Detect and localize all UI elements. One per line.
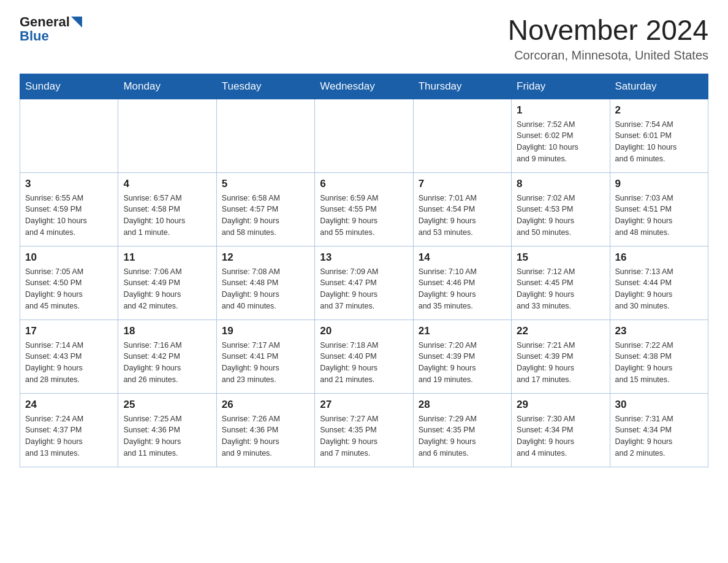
day-info: Sunrise: 7:31 AM Sunset: 4:34 PM Dayligh… bbox=[615, 413, 703, 459]
day-info: Sunrise: 7:21 AM Sunset: 4:39 PM Dayligh… bbox=[517, 340, 604, 386]
calendar-cell: 8Sunrise: 7:02 AM Sunset: 4:53 PM Daylig… bbox=[512, 172, 610, 246]
weekday-header-row: SundayMondayTuesdayWednesdayThursdayFrid… bbox=[20, 74, 708, 99]
calendar-cell bbox=[216, 99, 314, 172]
week-row-5: 24Sunrise: 7:24 AM Sunset: 4:37 PM Dayli… bbox=[20, 393, 708, 467]
calendar-cell: 25Sunrise: 7:25 AM Sunset: 4:36 PM Dayli… bbox=[118, 393, 216, 467]
day-info: Sunrise: 7:25 AM Sunset: 4:36 PM Dayligh… bbox=[123, 413, 211, 459]
day-number: 6 bbox=[320, 178, 408, 190]
weekday-header-wednesday: Wednesday bbox=[315, 74, 413, 99]
calendar-cell bbox=[20, 99, 118, 172]
day-number: 12 bbox=[222, 251, 309, 264]
calendar-cell: 16Sunrise: 7:13 AM Sunset: 4:44 PM Dayli… bbox=[610, 246, 708, 320]
day-info: Sunrise: 7:52 AM Sunset: 6:02 PM Dayligh… bbox=[517, 119, 604, 165]
calendar-cell: 6Sunrise: 6:59 AM Sunset: 4:55 PM Daylig… bbox=[315, 172, 413, 246]
location-title: Corcoran, Minnesota, United States bbox=[508, 48, 708, 63]
day-number: 9 bbox=[615, 178, 703, 190]
day-number: 4 bbox=[123, 178, 211, 190]
calendar-cell: 10Sunrise: 7:05 AM Sunset: 4:50 PM Dayli… bbox=[20, 246, 118, 320]
day-number: 22 bbox=[517, 325, 604, 337]
calendar-cell: 2Sunrise: 7:54 AM Sunset: 6:01 PM Daylig… bbox=[610, 99, 708, 172]
calendar-cell: 12Sunrise: 7:08 AM Sunset: 4:48 PM Dayli… bbox=[216, 246, 314, 320]
day-info: Sunrise: 7:12 AM Sunset: 4:45 PM Dayligh… bbox=[517, 266, 604, 312]
day-info: Sunrise: 7:54 AM Sunset: 6:01 PM Dayligh… bbox=[615, 119, 703, 165]
day-number: 1 bbox=[517, 104, 604, 117]
calendar-cell: 28Sunrise: 7:29 AM Sunset: 4:35 PM Dayli… bbox=[413, 393, 511, 467]
svg-marker-0 bbox=[71, 17, 82, 28]
day-number: 24 bbox=[25, 399, 113, 411]
weekday-header-friday: Friday bbox=[512, 74, 610, 99]
calendar-cell bbox=[118, 99, 216, 172]
day-info: Sunrise: 6:59 AM Sunset: 4:55 PM Dayligh… bbox=[320, 193, 408, 239]
logo-part1: General bbox=[20, 15, 70, 29]
day-info: Sunrise: 7:13 AM Sunset: 4:44 PM Dayligh… bbox=[615, 266, 703, 312]
calendar-cell: 17Sunrise: 7:14 AM Sunset: 4:43 PM Dayli… bbox=[20, 320, 118, 393]
day-info: Sunrise: 7:03 AM Sunset: 4:51 PM Dayligh… bbox=[615, 193, 703, 239]
day-info: Sunrise: 7:30 AM Sunset: 4:34 PM Dayligh… bbox=[517, 413, 604, 459]
day-info: Sunrise: 7:02 AM Sunset: 4:53 PM Dayligh… bbox=[517, 193, 604, 239]
day-info: Sunrise: 7:26 AM Sunset: 4:36 PM Dayligh… bbox=[222, 413, 309, 459]
day-info: Sunrise: 7:05 AM Sunset: 4:50 PM Dayligh… bbox=[25, 266, 113, 312]
day-info: Sunrise: 7:20 AM Sunset: 4:39 PM Dayligh… bbox=[419, 340, 506, 386]
day-number: 16 bbox=[615, 251, 703, 264]
calendar-cell: 9Sunrise: 7:03 AM Sunset: 4:51 PM Daylig… bbox=[610, 172, 708, 246]
day-number: 29 bbox=[517, 399, 604, 411]
calendar-cell: 15Sunrise: 7:12 AM Sunset: 4:45 PM Dayli… bbox=[512, 246, 610, 320]
day-info: Sunrise: 7:17 AM Sunset: 4:41 PM Dayligh… bbox=[222, 340, 309, 386]
day-info: Sunrise: 7:10 AM Sunset: 4:46 PM Dayligh… bbox=[419, 266, 506, 312]
day-number: 8 bbox=[517, 178, 604, 190]
day-number: 2 bbox=[615, 104, 703, 117]
logo: General Blue bbox=[20, 15, 82, 44]
calendar-cell: 22Sunrise: 7:21 AM Sunset: 4:39 PM Dayli… bbox=[512, 320, 610, 393]
day-number: 7 bbox=[419, 178, 506, 190]
day-info: Sunrise: 7:08 AM Sunset: 4:48 PM Dayligh… bbox=[222, 266, 309, 312]
calendar-cell bbox=[315, 99, 413, 172]
day-number: 26 bbox=[222, 399, 309, 411]
weekday-header-sunday: Sunday bbox=[20, 74, 118, 99]
calendar-cell: 26Sunrise: 7:26 AM Sunset: 4:36 PM Dayli… bbox=[216, 393, 314, 467]
day-info: Sunrise: 7:29 AM Sunset: 4:35 PM Dayligh… bbox=[419, 413, 506, 459]
calendar-cell: 30Sunrise: 7:31 AM Sunset: 4:34 PM Dayli… bbox=[610, 393, 708, 467]
month-title: November 2024 bbox=[508, 15, 708, 46]
title-area: November 2024 Corcoran, Minnesota, Unite… bbox=[508, 15, 708, 63]
calendar-cell bbox=[413, 99, 511, 172]
day-info: Sunrise: 7:27 AM Sunset: 4:35 PM Dayligh… bbox=[320, 413, 408, 459]
week-row-2: 3Sunrise: 6:55 AM Sunset: 4:59 PM Daylig… bbox=[20, 172, 708, 246]
day-info: Sunrise: 7:01 AM Sunset: 4:54 PM Dayligh… bbox=[419, 193, 506, 239]
calendar-cell: 1Sunrise: 7:52 AM Sunset: 6:02 PM Daylig… bbox=[512, 99, 610, 172]
day-number: 27 bbox=[320, 399, 408, 411]
day-info: Sunrise: 7:18 AM Sunset: 4:40 PM Dayligh… bbox=[320, 340, 408, 386]
weekday-header-saturday: Saturday bbox=[610, 74, 708, 99]
day-number: 5 bbox=[222, 178, 309, 190]
day-info: Sunrise: 7:22 AM Sunset: 4:38 PM Dayligh… bbox=[615, 340, 703, 386]
week-row-3: 10Sunrise: 7:05 AM Sunset: 4:50 PM Dayli… bbox=[20, 246, 708, 320]
week-row-1: 1Sunrise: 7:52 AM Sunset: 6:02 PM Daylig… bbox=[20, 99, 708, 172]
day-info: Sunrise: 6:58 AM Sunset: 4:57 PM Dayligh… bbox=[222, 193, 309, 239]
calendar-cell: 24Sunrise: 7:24 AM Sunset: 4:37 PM Dayli… bbox=[20, 393, 118, 467]
day-info: Sunrise: 6:57 AM Sunset: 4:58 PM Dayligh… bbox=[123, 193, 211, 239]
day-number: 13 bbox=[320, 251, 408, 264]
weekday-header-tuesday: Tuesday bbox=[216, 74, 314, 99]
day-number: 3 bbox=[25, 178, 113, 190]
day-info: Sunrise: 7:09 AM Sunset: 4:47 PM Dayligh… bbox=[320, 266, 408, 312]
calendar-cell: 18Sunrise: 7:16 AM Sunset: 4:42 PM Dayli… bbox=[118, 320, 216, 393]
calendar-cell: 19Sunrise: 7:17 AM Sunset: 4:41 PM Dayli… bbox=[216, 320, 314, 393]
day-info: Sunrise: 7:14 AM Sunset: 4:43 PM Dayligh… bbox=[25, 340, 113, 386]
day-number: 14 bbox=[419, 251, 506, 264]
day-number: 30 bbox=[615, 399, 703, 411]
calendar-cell: 20Sunrise: 7:18 AM Sunset: 4:40 PM Dayli… bbox=[315, 320, 413, 393]
day-number: 18 bbox=[123, 325, 211, 337]
day-number: 10 bbox=[25, 251, 113, 264]
day-number: 20 bbox=[320, 325, 408, 337]
calendar-cell: 7Sunrise: 7:01 AM Sunset: 4:54 PM Daylig… bbox=[413, 172, 511, 246]
weekday-header-thursday: Thursday bbox=[413, 74, 511, 99]
day-info: Sunrise: 7:06 AM Sunset: 4:49 PM Dayligh… bbox=[123, 266, 211, 312]
calendar-cell: 5Sunrise: 6:58 AM Sunset: 4:57 PM Daylig… bbox=[216, 172, 314, 246]
calendar-cell: 27Sunrise: 7:27 AM Sunset: 4:35 PM Dayli… bbox=[315, 393, 413, 467]
calendar-cell: 23Sunrise: 7:22 AM Sunset: 4:38 PM Dayli… bbox=[610, 320, 708, 393]
calendar-cell: 11Sunrise: 7:06 AM Sunset: 4:49 PM Dayli… bbox=[118, 246, 216, 320]
calendar-cell: 21Sunrise: 7:20 AM Sunset: 4:39 PM Dayli… bbox=[413, 320, 511, 393]
calendar-cell: 3Sunrise: 6:55 AM Sunset: 4:59 PM Daylig… bbox=[20, 172, 118, 246]
logo-icon bbox=[71, 17, 82, 28]
day-number: 15 bbox=[517, 251, 604, 264]
logo-part2: Blue bbox=[20, 28, 49, 44]
